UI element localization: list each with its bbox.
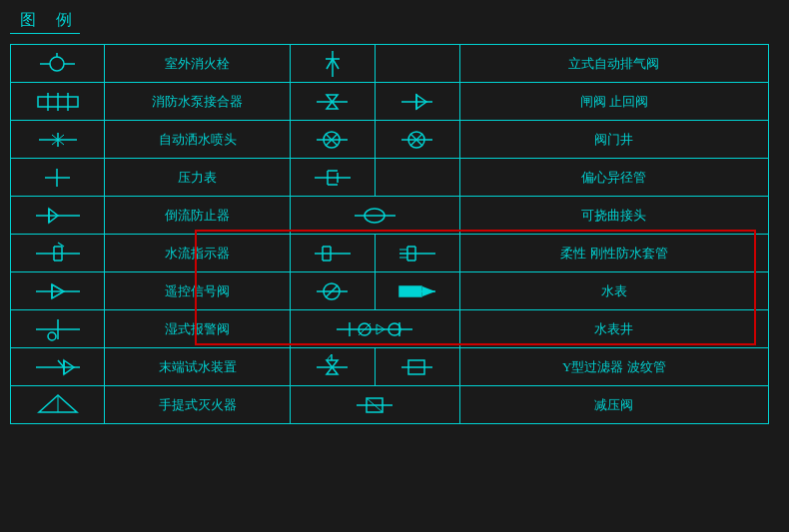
butterfly-valve-icon	[315, 125, 350, 155]
symbol-cell	[11, 45, 105, 83]
y-filter-icon	[315, 352, 350, 382]
pressure-gauge-icon	[40, 163, 75, 193]
table-row: 自动洒水喷头 阀门井	[11, 121, 769, 159]
name-cell: 末端试水装置	[105, 348, 290, 386]
table-row: 湿式报警阀 水表井	[11, 310, 769, 348]
symbol-cell	[290, 386, 459, 424]
name-wide: 减压阀	[459, 386, 768, 424]
flex-sleeve-icon	[313, 239, 353, 268]
symbol-cell	[11, 159, 105, 197]
table-row: 末端试水装置 Y型过滤器 波纹管	[11, 348, 769, 386]
table-row: 室外消火栓 立式自动排气阀	[11, 45, 769, 83]
table-row: 手提式灭火器 减压阀	[11, 386, 769, 424]
name-wide: 偏心异径管	[459, 159, 768, 197]
symbol-cell	[290, 272, 375, 310]
bellows-icon	[399, 352, 434, 382]
name-cell: 自动洒水喷头	[105, 121, 290, 159]
water-meter-well-icon	[335, 314, 414, 344]
symbol-cell	[375, 45, 459, 83]
symbol-cell	[11, 197, 105, 235]
symbol-cell	[375, 121, 459, 159]
symbol-cell	[290, 197, 459, 235]
symbol-cell	[11, 348, 105, 386]
symbol-cell	[290, 159, 375, 197]
flow-indicator-icon	[34, 239, 82, 268]
symbol-cell	[11, 272, 105, 310]
table-row: 消防水泵接合器 闸阀 止回阀	[11, 83, 769, 121]
symbol-cell	[375, 348, 459, 386]
symbol-cell	[375, 159, 459, 197]
pressure-reducing-valve-icon	[355, 390, 394, 420]
backflow-preventer-icon	[34, 201, 82, 231]
rigid-sleeve-icon	[397, 239, 437, 268]
flow-arrow-icon	[397, 276, 437, 306]
sprinkler-icon	[34, 125, 82, 155]
gate-valve2-icon	[399, 125, 434, 155]
gate-valve-icon	[315, 87, 350, 117]
svg-rect-67	[399, 286, 421, 296]
check-valve-icon	[399, 87, 434, 117]
symbol-cell	[11, 121, 105, 159]
symbol-cell	[11, 310, 105, 348]
water-meter-icon	[315, 276, 350, 306]
svg-point-70	[48, 332, 56, 340]
name-wide: 闸阀 止回阀	[459, 83, 768, 121]
name-cell: 湿式报警阀	[105, 310, 290, 348]
name-cell: 室外消火栓	[105, 45, 290, 83]
name-wide: 水表井	[459, 310, 768, 348]
flexible-joint-icon	[353, 201, 397, 231]
name-cell: 手提式灭火器	[105, 386, 290, 424]
svg-line-6	[327, 59, 333, 69]
symbol-cell	[290, 310, 459, 348]
name-wide: Y型过滤器 波纹管	[459, 348, 768, 386]
name-wide: 立式自动排气阀	[459, 45, 768, 83]
table-row: 压力表 偏心异径管	[11, 159, 769, 197]
wet-alarm-valve-icon	[34, 314, 82, 344]
main-container: 图 例 室外消火栓	[0, 0, 789, 532]
symbol-cell	[290, 235, 375, 272]
end-test-device-icon	[34, 352, 82, 382]
symbol-cell	[375, 83, 459, 121]
table-row: 遥控信号阀 水表	[11, 272, 769, 310]
symbol-cell	[11, 386, 105, 424]
name-cell: 遥控信号阀	[105, 272, 290, 310]
symbol-cell	[290, 45, 375, 83]
outdoor-hydrant-icon	[35, 49, 80, 79]
name-cell: 消防水泵接合器	[105, 83, 290, 121]
symbol-cell	[290, 348, 375, 386]
name-cell: 水流指示器	[105, 235, 290, 272]
table-row: 倒流防止器 可挠曲接头	[11, 197, 769, 235]
legend-title: 图 例	[10, 10, 80, 34]
name-wide: 水表	[459, 272, 768, 310]
symbol-cell	[290, 121, 375, 159]
name-cell: 倒流防止器	[105, 197, 290, 235]
svg-line-7	[333, 59, 339, 69]
name-cell: 压力表	[105, 159, 290, 197]
name-wide: 阀门井	[459, 121, 768, 159]
hand-extinguisher-icon	[34, 390, 82, 420]
reducer-icon	[313, 163, 353, 193]
remote-signal-valve-icon	[34, 276, 82, 306]
svg-line-80	[58, 360, 64, 367]
auto-vent-valve-icon	[318, 49, 348, 79]
name-wide: 可挠曲接头	[459, 197, 768, 235]
svg-marker-66	[422, 286, 435, 296]
symbol-cell	[11, 83, 105, 121]
symbol-cell	[375, 272, 459, 310]
legend-table: 室外消火栓 立式自动排气阀	[10, 44, 769, 424]
symbol-cell	[375, 235, 459, 272]
pump-adapter-icon	[34, 87, 82, 117]
name-wide: 柔性 刚性防水套管	[459, 235, 768, 272]
table-row: 水流指示器	[11, 235, 769, 272]
symbol-cell	[290, 83, 375, 121]
svg-point-1	[50, 57, 64, 71]
symbol-cell	[11, 235, 105, 272]
